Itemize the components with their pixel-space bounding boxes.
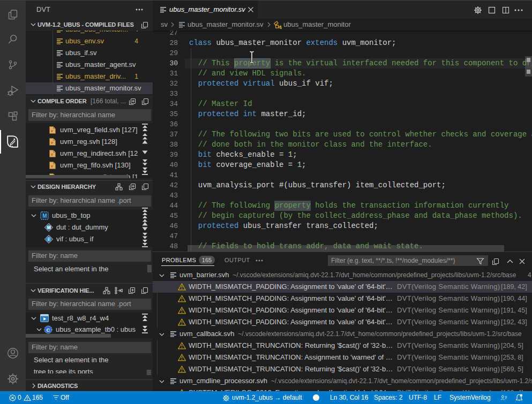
svg-text:M: M — [47, 225, 51, 230]
svg-text:i: i — [48, 237, 49, 242]
svg-text:v: v — [51, 140, 53, 145]
svg-text:C: C — [47, 327, 50, 333]
svg-text:v: v — [51, 151, 53, 157]
svg-text:v: v — [51, 128, 53, 133]
svg-text:M: M — [42, 213, 47, 219]
svg-text:v: v — [51, 163, 53, 169]
